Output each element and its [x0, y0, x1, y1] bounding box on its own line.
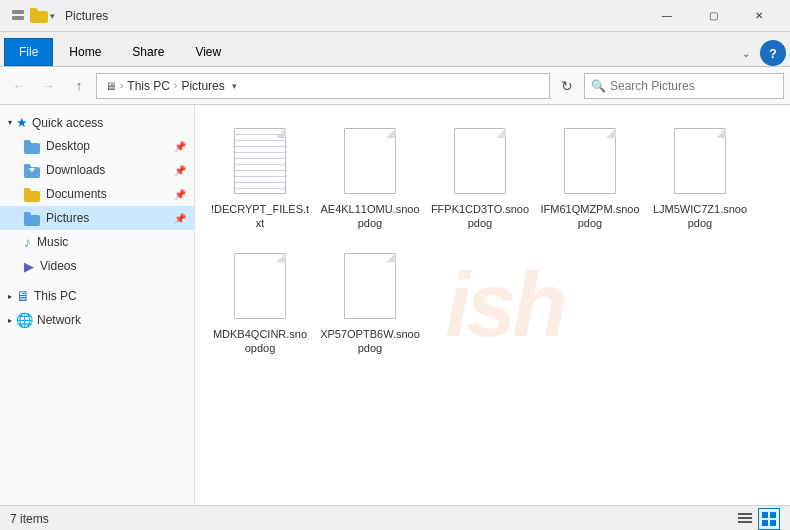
help-button[interactable]: ? [760, 40, 786, 66]
music-icon: ♪ [24, 234, 31, 250]
chevron-right-icon: ▸ [8, 292, 12, 301]
title-quick-access-icon[interactable] [8, 6, 28, 26]
file-item[interactable]: XP57OPTB6W.snoopdog [315, 240, 425, 365]
svg-rect-0 [12, 10, 24, 14]
tab-file[interactable]: File [4, 38, 53, 66]
file-icon [450, 124, 510, 196]
network-icon: 🌐 [16, 312, 33, 328]
close-button[interactable]: ✕ [736, 0, 782, 32]
file-item[interactable]: AE4KL11OMU.snoopdog [315, 115, 425, 240]
pin-icon: 📌 [174, 213, 186, 224]
view-toggle [734, 508, 780, 530]
file-name: AE4KL11OMU.snoopdog [320, 202, 420, 231]
file-name: !DECRYPT_FILES.txt [210, 202, 310, 231]
sidebar-item-label: Desktop [46, 139, 90, 153]
this-pc-section[interactable]: ▸ 🖥 This PC [0, 284, 194, 308]
file-name: MDKB4QCINR.snoopdog [210, 327, 310, 356]
file-icon [340, 124, 400, 196]
network-label: Network [37, 313, 81, 327]
chevron-right-icon: ▸ [8, 316, 12, 325]
file-icon [560, 124, 620, 196]
refresh-button[interactable]: ↻ [554, 73, 580, 99]
sidebar-item-pictures[interactable]: Pictures 📌 [0, 206, 194, 230]
window-title: Pictures [65, 9, 108, 23]
downloads-folder-icon [24, 164, 40, 177]
file-icon [670, 124, 730, 196]
search-input[interactable] [610, 79, 777, 93]
file-item[interactable]: IFM61QMZPM.snoopdog [535, 115, 645, 240]
file-name: LJM5WIC7Z1.snoopdog [650, 202, 750, 231]
thispc-icon: 🖥 [16, 288, 30, 304]
file-icon [230, 124, 290, 196]
minimize-button[interactable]: ― [644, 0, 690, 32]
tab-home[interactable]: Home [54, 38, 116, 66]
content-area: ish !DECRYPT_FILES.txt AE4KL11OMU.snoopd… [195, 105, 790, 505]
tab-view[interactable]: View [180, 38, 236, 66]
sidebar-item-music[interactable]: ♪ Music [0, 230, 194, 254]
sidebar-item-label: Documents [46, 187, 107, 201]
file-icon [230, 249, 290, 321]
folder-icon [24, 140, 40, 153]
breadcrumb-pictures[interactable]: Pictures [181, 79, 224, 93]
file-icon [340, 249, 400, 321]
file-item[interactable]: FFPK1CD3TO.snoopdog [425, 115, 535, 240]
status-bar: 7 items [0, 505, 790, 530]
file-name: IFM61QMZPM.snoopdog [540, 202, 640, 231]
quick-access-label: Quick access [32, 116, 103, 130]
forward-button[interactable]: → [36, 73, 62, 99]
title-bar: ▾ Pictures ― ▢ ✕ [0, 0, 790, 32]
file-item[interactable]: LJM5WIC7Z1.snoopdog [645, 115, 755, 240]
large-icons-view-button[interactable] [758, 508, 780, 530]
file-item[interactable]: !DECRYPT_FILES.txt [205, 115, 315, 240]
sidebar-item-label: Pictures [46, 211, 89, 225]
svg-rect-6 [770, 512, 776, 518]
ribbon-collapse-btn[interactable]: ⌄ [736, 46, 756, 61]
network-section[interactable]: ▸ 🌐 Network [0, 308, 194, 332]
window-controls: ― ▢ ✕ [644, 0, 782, 32]
video-icon: ▶ [24, 259, 34, 274]
address-dropdown-btn[interactable]: ▾ [225, 73, 245, 99]
svg-rect-4 [738, 521, 752, 523]
file-item[interactable]: MDKB4QCINR.snoopdog [205, 240, 315, 365]
sidebar-item-label: Music [37, 235, 68, 249]
pin-icon: 📌 [174, 165, 186, 176]
back-button[interactable]: ← [6, 73, 32, 99]
sidebar: ▾ ★ Quick access Desktop 📌 Downloads 📌 [0, 105, 195, 505]
tab-share[interactable]: Share [117, 38, 179, 66]
ribbon-tabs: File Home Share View ⌄ ? [0, 32, 790, 66]
documents-folder-icon [24, 188, 40, 201]
up-button[interactable]: ↑ [66, 73, 92, 99]
sidebar-item-label: Downloads [46, 163, 105, 177]
title-folder-icon [30, 8, 48, 24]
quick-access-section[interactable]: ▾ ★ Quick access [0, 111, 194, 134]
sidebar-item-downloads[interactable]: Downloads 📌 [0, 158, 194, 182]
svg-rect-8 [770, 520, 776, 526]
address-bar: ← → ↑ 🖥 › This PC › Pictures ▾ ↻ 🔍 [0, 67, 790, 105]
svg-rect-1 [12, 16, 24, 20]
details-view-button[interactable] [734, 508, 756, 530]
chevron-down-icon: ▾ [8, 118, 12, 127]
svg-rect-5 [762, 512, 768, 518]
address-path[interactable]: 🖥 › This PC › Pictures ▾ [96, 73, 550, 99]
title-bar-left: ▾ Pictures [8, 6, 644, 26]
svg-rect-7 [762, 520, 768, 526]
files-container: !DECRYPT_FILES.txt AE4KL11OMU.snoopdog F… [205, 115, 780, 364]
sidebar-item-videos[interactable]: ▶ Videos [0, 254, 194, 278]
search-icon: 🔍 [591, 79, 606, 93]
item-count: 7 items [10, 512, 49, 526]
file-name: FFPK1CD3TO.snoopdog [430, 202, 530, 231]
pin-icon: 📌 [174, 189, 186, 200]
maximize-button[interactable]: ▢ [690, 0, 736, 32]
breadcrumb-thispc[interactable]: This PC [127, 79, 170, 93]
sidebar-item-desktop[interactable]: Desktop 📌 [0, 134, 194, 158]
svg-rect-2 [738, 513, 752, 515]
title-bar-dropdown[interactable]: ▾ [50, 11, 55, 21]
svg-rect-3 [738, 517, 752, 519]
main-layout: ▾ ★ Quick access Desktop 📌 Downloads 📌 [0, 105, 790, 505]
search-box[interactable]: 🔍 [584, 73, 784, 99]
ribbon: File Home Share View ⌄ ? [0, 32, 790, 67]
sidebar-item-documents[interactable]: Documents 📌 [0, 182, 194, 206]
thispc-label: This PC [34, 289, 77, 303]
pictures-folder-icon [24, 212, 40, 225]
pin-icon: 📌 [174, 141, 186, 152]
